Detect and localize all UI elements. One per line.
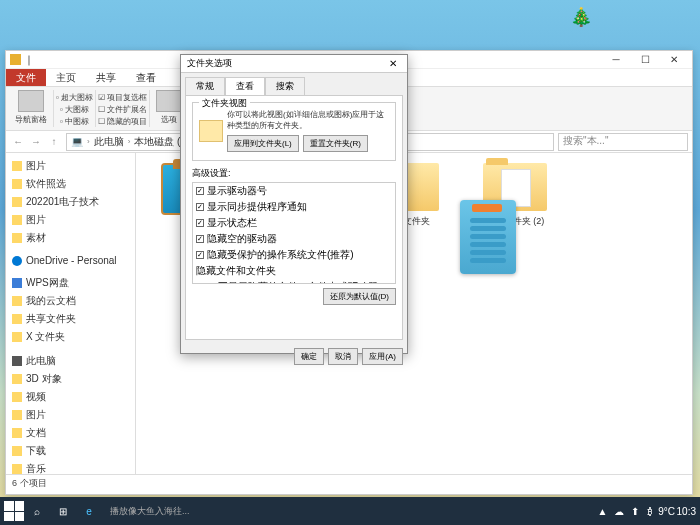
apply-button[interactable]: 应用(A): [362, 348, 403, 365]
adv-item[interactable]: 隐藏空的驱动器: [193, 231, 395, 247]
fold-icon: [12, 233, 22, 243]
sidebar-item[interactable]: 音乐: [6, 460, 135, 474]
dialog-tab[interactable]: 查看: [225, 77, 265, 95]
sidebar-item[interactable]: 图片: [6, 406, 135, 424]
sidebar-item[interactable]: 我的云文档: [6, 292, 135, 310]
reset-folders-button[interactable]: 重置文件夹(R): [303, 135, 368, 152]
music-title[interactable]: 播放像大鱼入海往...: [102, 505, 597, 518]
fold-icon: [12, 332, 22, 342]
group-desc: 你可以将此视图(如详细信息或图标)应用于这种类型的所有文件夹。: [227, 109, 389, 131]
ribbon-tab[interactable]: 文件: [6, 69, 46, 86]
close-button[interactable]: ✕: [660, 52, 688, 68]
tray-icon[interactable]: ☁: [613, 505, 625, 517]
adv-item[interactable]: 不显示隐藏的文件、文件夹或驱动器: [193, 279, 395, 284]
sidebar-item[interactable]: X 文件夹: [6, 328, 135, 346]
folder-preview-icon: [199, 120, 223, 142]
checkbox-icon: [196, 187, 204, 195]
tray-icon[interactable]: 9°C: [661, 505, 673, 517]
advanced-settings-list[interactable]: 显示驱动器号显示同步提供程序通知显示状态栏隐藏空的驱动器隐藏受保护的操作系统文件…: [192, 182, 396, 284]
navpane-label: 导航窗格: [15, 114, 47, 125]
sidebar-item[interactable]: 共享文件夹: [6, 310, 135, 328]
back-button[interactable]: ←: [10, 134, 26, 150]
adv-item[interactable]: 隐藏受保护的操作系统文件(推荐): [193, 247, 395, 263]
tray-icon[interactable]: ▲: [597, 505, 609, 517]
title-pipe: ｜: [24, 53, 34, 67]
restore-defaults-button[interactable]: 还原为默认值(D): [323, 288, 396, 305]
search-button[interactable]: ⌕: [25, 499, 49, 523]
sidebar-label: 图片: [26, 408, 46, 422]
ribbon-check[interactable]: ☐ 隐藏的项目: [98, 116, 147, 127]
minimize-button[interactable]: ─: [602, 52, 630, 68]
adv-item[interactable]: 显示状态栏: [193, 215, 395, 231]
sidebar-item[interactable]: 此电脑: [6, 352, 135, 370]
tray-icon[interactable]: ₿: [645, 505, 657, 517]
sidebar-label: 软件照选: [26, 177, 66, 191]
pc-icon: [12, 356, 22, 366]
sidebar-label: 3D 对象: [26, 372, 62, 386]
clock[interactable]: 10:3: [677, 506, 696, 517]
sidebar-label: 图片: [26, 159, 46, 173]
layout-option[interactable]: ▫ 超大图标: [56, 92, 93, 103]
taskview-button[interactable]: ⊞: [51, 499, 75, 523]
sidebar-item[interactable]: OneDrive - Personal: [6, 253, 135, 268]
dialog-actions: 确定 取消 应用(A): [181, 344, 407, 369]
breadcrumb-seg[interactable]: 此电脑: [94, 135, 124, 149]
adv-item[interactable]: 显示同步提供程序通知: [193, 199, 395, 215]
cancel-button[interactable]: 取消: [328, 348, 358, 365]
dialog-title: 文件夹选项: [187, 57, 232, 70]
sidebar-label: 202201电子技术: [26, 195, 99, 209]
sidebar-label: OneDrive - Personal: [26, 255, 117, 266]
apply-folders-button[interactable]: 应用到文件夹(L): [227, 135, 299, 152]
ribbon-tab[interactable]: 查看: [126, 69, 166, 86]
dialog-tab[interactable]: 搜索: [265, 77, 305, 95]
ribbon-tab[interactable]: 主页: [46, 69, 86, 86]
sidebar-item[interactable]: 图片: [6, 211, 135, 229]
dialog-tabs: 常规查看搜索: [181, 73, 407, 95]
window-buttons: ─ ☐ ✕: [602, 52, 688, 68]
adv-label: 显示驱动器号: [207, 184, 267, 198]
advanced-label: 高级设置:: [192, 167, 396, 180]
sidebar-item[interactable]: WPS网盘: [6, 274, 135, 292]
start-button[interactable]: [4, 501, 24, 521]
dialog-body: 文件夹视图 你可以将此视图(如详细信息或图标)应用于这种类型的所有文件夹。 应用…: [185, 95, 403, 340]
dialog-tab[interactable]: 常规: [185, 77, 225, 95]
sidebar-item[interactable]: 下载: [6, 442, 135, 460]
sidebar-item[interactable]: 素材: [6, 229, 135, 247]
navpane-icon: [18, 90, 44, 112]
checkbox-icon: [196, 251, 204, 259]
nav-buttons: ← → ↑: [10, 134, 62, 150]
ok-button[interactable]: 确定: [294, 348, 324, 365]
taskbar: ⌕ ⊞ e 播放像大鱼入海往... ▲☁⬆₿9°C10:3: [0, 497, 700, 525]
sidebar: 图片软件照选202201电子技术图片素材OneDrive - PersonalW…: [6, 153, 136, 474]
adv-item[interactable]: 显示驱动器号: [193, 183, 395, 199]
sidebar-item[interactable]: 3D 对象: [6, 370, 135, 388]
layout-option[interactable]: ▫ 大图标: [60, 104, 89, 115]
adv-label: 显示同步提供程序通知: [207, 200, 307, 214]
up-button[interactable]: ↑: [46, 134, 62, 150]
ribbon-check[interactable]: ☐ 文件扩展名: [98, 104, 147, 115]
sidebar-item[interactable]: 202201电子技术: [6, 193, 135, 211]
sidebar-label: 文档: [26, 426, 46, 440]
edge-icon[interactable]: e: [77, 499, 101, 523]
adv-item[interactable]: 隐藏文件和文件夹: [193, 263, 395, 279]
sidebar-item[interactable]: 软件照选: [6, 175, 135, 193]
sidebar-item[interactable]: 视频: [6, 388, 135, 406]
checkbox-icon: [196, 203, 204, 211]
fold-icon: [12, 215, 22, 225]
ribbon-tab[interactable]: 共享: [86, 69, 126, 86]
forward-button[interactable]: →: [28, 134, 44, 150]
search-input[interactable]: 搜索"本...": [558, 133, 688, 151]
maximize-button[interactable]: ☐: [631, 52, 659, 68]
sidebar-item[interactable]: 图片: [6, 157, 135, 175]
dialog-close-button[interactable]: ✕: [385, 58, 401, 69]
layout-option[interactable]: ▫ 中图标: [60, 116, 89, 127]
system-tray: ▲☁⬆₿9°C10:3: [597, 505, 696, 517]
fold-icon: [12, 392, 22, 402]
fold-icon: [12, 464, 22, 474]
sidebar-item[interactable]: 文档: [6, 424, 135, 442]
ribbon-group-nav[interactable]: 导航窗格: [9, 90, 54, 127]
ribbon-check[interactable]: ☑ 项目复选框: [98, 92, 147, 103]
adv-label: 显示状态栏: [207, 216, 257, 230]
tray-icon[interactable]: ⬆: [629, 505, 641, 517]
folder-icon: [10, 54, 21, 65]
